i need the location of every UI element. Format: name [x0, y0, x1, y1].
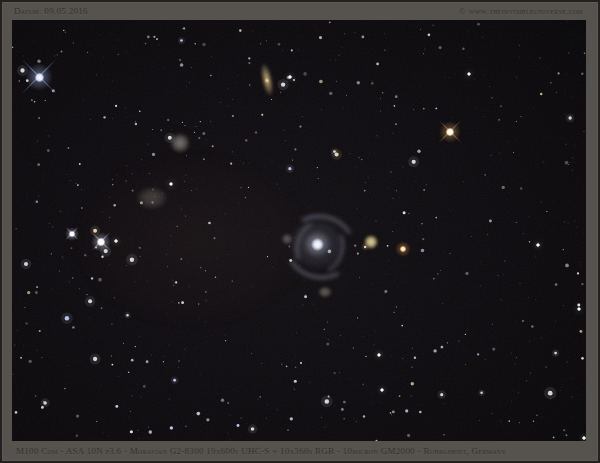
photo-frame: Datum: 09.05.2016 © www.theinvisibleuniv… — [0, 0, 600, 463]
exposure-caption: M100 Com - ASA 10N f3.6 - Moravian G2-83… — [16, 443, 506, 459]
date-label: Datum: 09.05.2016 — [14, 4, 88, 18]
copyright-label: © www.theinvisibleuniverse.com — [459, 4, 583, 18]
astrophoto-image — [12, 20, 586, 441]
sensor-noise-overlay — [12, 20, 586, 441]
